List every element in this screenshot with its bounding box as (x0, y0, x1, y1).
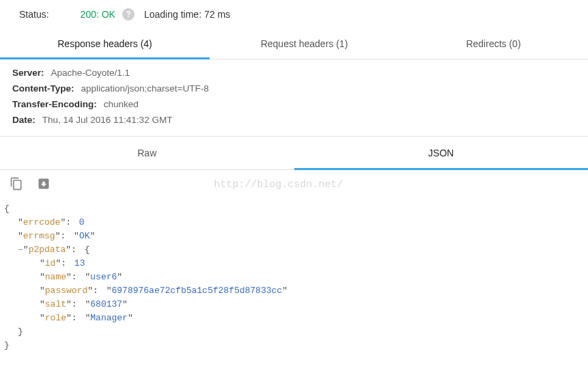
brace-open: { (85, 245, 90, 255)
json-toolbar: http://blog.csdn.net/ (0, 170, 588, 199)
json-key: password (45, 286, 87, 296)
json-line: "salt": "680137" (4, 298, 584, 311)
json-key: id (45, 258, 56, 268)
header-row: Content-Type application/json;charset=UT… (12, 81, 576, 96)
json-line: "password": "6978976ae72cfb5a1c5f28f5d87… (4, 284, 584, 298)
header-row: Date Thu, 14 Jul 2016 11:41:32 GMT (12, 112, 576, 128)
json-key: salt (45, 299, 66, 309)
header-key: Server (12, 68, 44, 78)
json-key: errmsg (23, 231, 55, 241)
help-icon[interactable]: ? (122, 8, 135, 20)
copy-icon[interactable] (10, 177, 23, 193)
header-row: Transfer-Encoding chunked (12, 96, 576, 112)
brace-close: } (18, 327, 23, 337)
json-value: 13 (74, 258, 85, 268)
json-line: } (4, 325, 584, 339)
tab-json[interactable]: JSON (294, 137, 589, 169)
brace-close: } (4, 340, 10, 350)
json-line: "name": "user6" (4, 270, 584, 284)
tab-redirects[interactable]: Redirects (0) (399, 29, 588, 59)
header-row: Server Apache-Coyote/1.1 (12, 65, 576, 81)
loading-time: Loading time: 72 ms (144, 9, 230, 20)
json-line: "errcode": 0 (4, 216, 584, 230)
json-line: } (4, 339, 584, 352)
json-key: p2pdata (29, 245, 66, 255)
json-key: role (45, 313, 66, 323)
tab-response-headers[interactable]: Response headers (4) (0, 29, 210, 59)
header-key: Date (12, 115, 36, 125)
json-value: 680137 (90, 299, 122, 309)
response-headers-list: Server Apache-Coyote/1.1 Content-Type ap… (0, 59, 588, 137)
header-value: Apache-Coyote/1.1 (51, 68, 130, 78)
header-tabs: Response headers (4) Request headers (1)… (0, 29, 588, 59)
tab-raw[interactable]: Raw (0, 137, 294, 169)
json-value: 6978976ae72cfb5a1c5f28f5d87833cc (111, 286, 282, 296)
json-key: name (45, 272, 66, 282)
json-line: "id": 13 (4, 257, 584, 270)
json-viewer: { "errcode": 0 "errmsg": "OK" –"p2pdata"… (0, 199, 588, 352)
brace-open: { (4, 204, 10, 214)
json-line: "role": "Manager" (4, 311, 584, 325)
json-value: Manager (90, 313, 128, 323)
status-code: 200: OK (81, 9, 115, 20)
json-line: { (4, 202, 584, 216)
header-value: application/json;charset=UTF-8 (81, 83, 209, 94)
tab-request-headers[interactable]: Request headers (1) (210, 29, 399, 59)
json-key: errcode (23, 217, 61, 227)
json-line: –"p2pdata": { (4, 243, 584, 257)
header-value: Thu, 14 Jul 2016 11:41:32 GMT (42, 115, 173, 125)
json-line: "errmsg": "OK" (4, 230, 584, 243)
json-value: user6 (90, 272, 117, 282)
header-key: Transfer-Encoding (12, 99, 97, 109)
collapse-toggle[interactable]: – (18, 245, 23, 255)
json-value: 0 (79, 217, 85, 227)
body-tabs: Raw JSON (0, 137, 588, 170)
watermark-text: http://blog.csdn.net/ (214, 179, 343, 191)
download-icon[interactable] (37, 177, 51, 193)
header-key: Content-Type (12, 83, 74, 94)
json-value: OK (79, 231, 90, 241)
header-value: chunked (104, 99, 139, 109)
status-row: Status: 200: OK ? Loading time: 72 ms (0, 0, 588, 29)
status-label: Status: (19, 9, 49, 20)
